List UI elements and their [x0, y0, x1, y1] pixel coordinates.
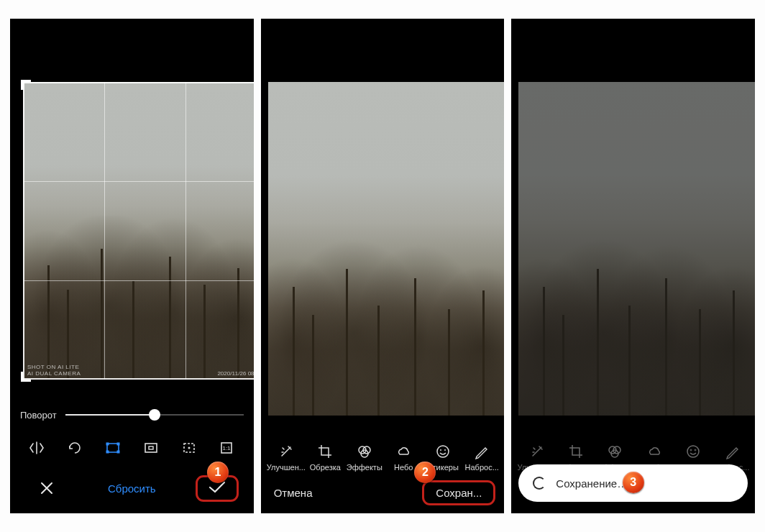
crop-icon — [568, 444, 584, 459]
tool-label: Эффекты — [347, 463, 382, 472]
tool-label: Небо — [394, 463, 413, 472]
tool-label: Наброс... — [465, 463, 499, 472]
screen-saving: Улучшен... Обрезка Эффекты Небо Стикеры … — [511, 19, 755, 513]
ratio-1-1-button[interactable]: 1:1 — [211, 432, 242, 464]
effects-icon — [607, 444, 623, 459]
tool-sketch[interactable]: Наброс... — [462, 444, 501, 472]
svg-point-21 — [690, 449, 692, 451]
ratio-free-button[interactable] — [98, 432, 129, 464]
svg-rect-4 — [117, 451, 119, 453]
svg-rect-6 — [149, 446, 153, 449]
crop-handle-bl[interactable] — [21, 367, 35, 382]
rotate-label: Поворот — [20, 410, 57, 421]
tool-effects[interactable]: Эффекты — [345, 444, 384, 472]
spinner-icon — [533, 477, 546, 490]
reset-crop-button[interactable]: Сбросить — [66, 482, 198, 495]
pencil-icon — [725, 444, 741, 459]
svg-point-14 — [437, 446, 449, 457]
svg-rect-3 — [106, 451, 109, 453]
smile-icon — [435, 444, 451, 459]
magic-icon — [278, 444, 294, 459]
svg-point-22 — [695, 449, 696, 451]
save-button[interactable]: Сохран... — [422, 480, 495, 505]
editor-photo-area[interactable] — [268, 82, 505, 416]
tool-crop[interactable]: Обрезка — [306, 444, 344, 472]
toast-text: Сохранение… — [556, 477, 628, 490]
ratio-screen-button[interactable] — [173, 432, 204, 464]
svg-text:1:1: 1:1 — [223, 445, 232, 451]
smile-icon — [685, 444, 701, 459]
screen-editor: Улучшен... Обрезка Эффекты Небо Стикеры … — [261, 19, 505, 513]
cancel-crop-button[interactable] — [27, 472, 66, 504]
screen-crop: SHOT ON AI LITE AI DUAL CAMERA 2020/11/2… — [10, 19, 254, 513]
cloud-icon — [395, 444, 411, 459]
svg-rect-5 — [145, 444, 157, 452]
close-icon — [39, 480, 55, 496]
tool-label: Улучшен... — [267, 463, 306, 472]
editor-photo-area-dim — [518, 82, 755, 416]
tool-label: Обрезка — [310, 463, 341, 472]
mirror-button[interactable] — [22, 432, 52, 464]
svg-point-15 — [440, 449, 441, 451]
tool-enhance[interactable]: Улучшен... — [267, 444, 306, 472]
step-badge-3: 3 — [623, 472, 644, 493]
tool-row: Улучшен... Обрезка Эффекты Небо Стикеры … — [261, 427, 505, 472]
cancel-edit-button[interactable]: Отмена — [274, 487, 313, 499]
svg-rect-1 — [106, 443, 109, 445]
step-badge-1: 1 — [207, 462, 229, 483]
svg-rect-2 — [117, 443, 119, 445]
svg-point-8 — [188, 447, 190, 449]
crop-handle-tl[interactable] — [21, 80, 35, 94]
magic-icon — [529, 444, 545, 459]
effects-icon — [357, 444, 372, 459]
svg-point-20 — [687, 446, 699, 457]
crop-grid[interactable] — [23, 82, 254, 380]
cloud-icon — [646, 444, 662, 459]
crop-icon — [317, 444, 333, 459]
pencil-icon — [474, 444, 490, 459]
ratio-original-button[interactable] — [135, 432, 166, 464]
rotate-slider[interactable] — [65, 408, 244, 422]
rotate-90-button[interactable] — [60, 432, 91, 464]
svg-point-16 — [444, 449, 446, 451]
crop-photo-area[interactable]: SHOT ON AI LITE AI DUAL CAMERA 2020/11/2… — [23, 82, 254, 380]
